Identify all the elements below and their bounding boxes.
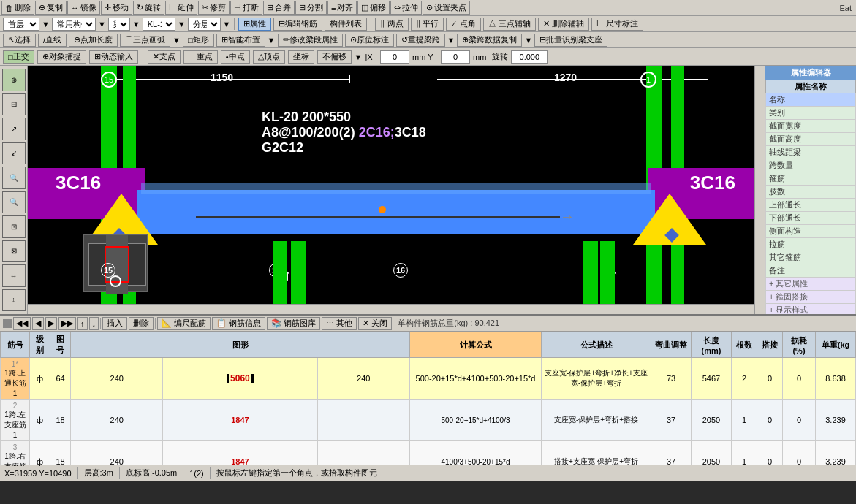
btn-other[interactable]: ⋯ 其他 <box>322 317 357 330</box>
btn-modify-prop[interactable]: ✏ 修改梁段属性 <box>278 34 343 47</box>
btn-dim-rebar[interactable]: 📐 编尺配筋 <box>157 317 211 330</box>
left-btn-10[interactable]: ↕ <box>2 289 26 312</box>
left-btn-8[interactable]: ⊠ <box>2 240 26 263</box>
btn-point-angle[interactable]: ∠ 点角 <box>446 18 481 31</box>
dim-tick-mid <box>349 75 350 83</box>
cell-splice-1: 0 <box>757 358 783 400</box>
btn-del-axis[interactable]: ✕ 删除辅轴 <box>538 18 589 31</box>
prop-row-5: 轴线距梁 <box>766 146 856 159</box>
btn-trim[interactable]: ✂ 修剪 <box>198 1 230 15</box>
btn-nav-prev[interactable]: ◀ <box>32 317 44 330</box>
btn-stretch[interactable]: ⇔ 拉伸 <box>390 1 422 15</box>
scrollbar-vertical[interactable] <box>754 66 765 314</box>
cell-bend-1: 73 <box>651 358 692 400</box>
prop-row-14: 备注 <box>766 264 856 278</box>
btn-batch-identify[interactable]: ⊟ 批量识别梁支座 <box>534 34 607 47</box>
btn-del-row[interactable]: 删除 <box>129 317 154 330</box>
status-base-elev: 底标高:-0.05m <box>126 467 177 478</box>
left-btn-4[interactable]: ↙ <box>2 142 26 165</box>
btn-insert[interactable]: 插入 <box>102 317 127 330</box>
btn-dim[interactable]: ⊢ 尺寸标注 <box>591 18 643 31</box>
btn-point-length[interactable]: ⊕ 点加长度 <box>69 34 118 47</box>
btn-rebar-info[interactable]: 📋 钢筋信息 <box>212 317 265 330</box>
btn-key-point[interactable]: — 重点 <box>183 50 218 64</box>
scrollbar-horizontal[interactable] <box>28 304 754 314</box>
rotate-input[interactable] <box>511 50 548 64</box>
btn-mirror[interactable]: ↔ 镜像 <box>67 1 100 15</box>
btn-line[interactable]: / 直线 <box>38 34 67 47</box>
id-select[interactable]: KL-1 <box>143 18 175 31</box>
btn-no-offset[interactable]: 不偏移 <box>317 50 352 64</box>
btn-vertex[interactable]: △ 顶点 <box>253 50 285 64</box>
btn-snap[interactable]: ⊕ 对象捕捉 <box>37 50 86 64</box>
btn-nav-last[interactable]: ▶▶ <box>58 317 76 330</box>
y-input[interactable] <box>441 50 470 64</box>
btn-arc[interactable]: ⌒ 三点画弧 <box>120 34 170 47</box>
btn-move[interactable]: ✛ 移动 <box>101 1 132 15</box>
rebar-text2: 3C18 <box>395 125 426 140</box>
cell-formula-3: 4100/3+500-20+15*d <box>410 441 542 467</box>
cell-fignum-3: 18 <box>50 441 71 467</box>
left-btn-1[interactable]: ⊕ <box>2 69 26 91</box>
prop-row-15[interactable]: + 其它属性 <box>766 278 856 291</box>
btn-rect[interactable]: □ 矩形 <box>183 34 214 47</box>
category-select[interactable]: 常用构件 <box>52 18 96 31</box>
btn-nav-up[interactable]: ↑ <box>77 317 88 330</box>
btn-three-point[interactable]: △ 三点辅轴 <box>483 18 536 31</box>
btn-extend[interactable]: ⊢ 延伸 <box>165 1 197 15</box>
btn-delete[interactable]: 🗑 删除 <box>1 1 34 15</box>
table-row[interactable]: 1* 1跨.上通长筋1 ф 64 240 5060 240 500-2 <box>1 358 856 400</box>
prop-row-23[interactable]: + 箍固搭接 <box>766 291 856 304</box>
btn-copy[interactable]: ⊕ 复制 <box>35 1 67 15</box>
btn-offset[interactable]: ◫ 偏移 <box>357 1 390 15</box>
cell-length-1: 5467 <box>692 358 732 400</box>
type-select[interactable]: 梁 <box>108 18 130 31</box>
table-body: 1* 1跨.上通长筋1 ф 64 240 5060 240 500-2 <box>1 358 856 467</box>
btn-nav-next[interactable]: ▶ <box>45 317 57 330</box>
layer-select[interactable]: 首层 <box>3 18 39 31</box>
btn-copy-span[interactable]: ⊕ 梁跨数据复制 <box>457 34 522 47</box>
x-input[interactable] <box>380 50 409 64</box>
table-container[interactable]: 筋号 级别 图号 图形 计算公式 公式描述 弯曲调整 长度(mm) 根数 搭接 … <box>0 332 856 466</box>
btn-two-point[interactable]: ∥ 两点 <box>375 18 408 31</box>
btn-merge[interactable]: ⊞ 合并 <box>263 1 295 15</box>
btn-nav-first[interactable]: ◀◀ <box>13 317 31 330</box>
btn-ortho[interactable]: □ 正交 <box>3 50 34 64</box>
dim-label-left: 1150 <box>211 72 233 83</box>
prop-row-38[interactable]: + 显示样式 <box>766 304 856 315</box>
btn-rotate[interactable]: ↻ 旋转 <box>133 1 164 15</box>
left-btn-2[interactable]: ⊟ <box>2 93 26 116</box>
btn-close[interactable]: ✕ 关闭 <box>358 317 392 330</box>
btn-nav-down[interactable]: ↓ <box>89 317 99 330</box>
btn-original-mark[interactable]: ⊙ 原位标注 <box>345 34 394 47</box>
left-btn-3[interactable]: ↗ <box>2 118 26 140</box>
x-label: |X= <box>365 53 377 61</box>
btn-break[interactable]: ⊣ 打断 <box>230 1 262 15</box>
left-btn-5[interactable]: 🔍 <box>2 167 26 189</box>
btn-midpoint[interactable]: • 中点 <box>221 50 250 64</box>
btn-align[interactable]: ≡ 对齐 <box>327 1 357 15</box>
sublayer-select[interactable]: 分层1 <box>188 18 221 31</box>
btn-dynamic-input[interactable]: ⊞ 动态输入 <box>89 50 138 64</box>
btn-setpoint[interactable]: ⊙ 设置夹点 <box>423 1 470 15</box>
prop-row-11: 侧面构造 <box>766 225 856 238</box>
btn-coords[interactable]: 坐标 <box>288 50 314 64</box>
btn-rebar-lib[interactable]: 📚 钢筋图库 <box>267 317 320 330</box>
btn-edit-rebar[interactable]: ⊟ 编辑钢筋 <box>273 18 322 31</box>
btn-reextract[interactable]: ↺ 重提梁跨 <box>396 34 445 47</box>
btn-support-point[interactable]: ✕ 支点 <box>148 50 181 64</box>
btn-property[interactable]: ⊞ 属性 <box>238 18 271 31</box>
btn-smart-layout[interactable]: ⊞ 智能布置 <box>216 34 265 47</box>
left-btn-6[interactable]: 🔍 <box>2 191 26 214</box>
btn-select[interactable]: ↖ 选择 <box>3 34 36 47</box>
table-row[interactable]: 2 1跨.左支座筋1 ф 18 240 1847 500-20+15*d+410… <box>1 400 856 441</box>
btn-parallel[interactable]: ∥ 平行 <box>411 18 444 31</box>
table-row[interactable]: 3 1跨.右支座筋1 ф 18 240 1847 4100/3+500-20+1… <box>1 441 856 467</box>
prop-row-6: 跨数量 <box>766 159 856 172</box>
left-btn-7[interactable]: ⊡ <box>2 215 26 238</box>
pin-icon[interactable] <box>3 319 12 328</box>
btn-split[interactable]: ⊟ 分割 <box>295 1 327 15</box>
left-btn-9[interactable]: ↔ <box>2 264 26 287</box>
btn-component-list[interactable]: 构件列表 <box>325 18 367 31</box>
canvas[interactable]: 1150 1270 KL-20 200*550 A8@100/200(2) 2C… <box>28 66 765 314</box>
